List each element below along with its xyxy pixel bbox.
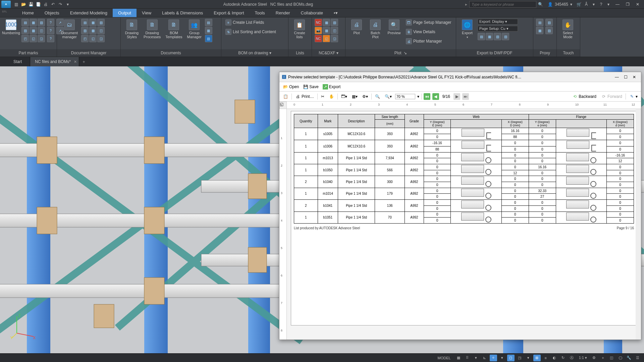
sb-scale[interactable]: 1:1 ▾ — [577, 356, 589, 360]
pm-btn-1[interactable]: ▤ — [21, 19, 29, 26]
qat-dropdown-icon[interactable]: ▾ — [64, 1, 71, 8]
nc-9[interactable]: ◲ — [331, 35, 338, 42]
tb-zoom-icon[interactable]: 🔍 — [374, 94, 381, 100]
create-lists-button[interactable]: 📋Create lists — [291, 19, 308, 40]
dialog-maximize-button[interactable]: ☐ — [622, 75, 630, 79]
dialog-vscrollbar[interactable] — [636, 109, 641, 340]
model-space-button[interactable]: MODEL — [435, 356, 453, 360]
dm-btn-2[interactable]: ▦ — [89, 19, 97, 26]
tab-labels-dimensions[interactable]: Labels & Dimensions — [157, 9, 208, 17]
export-display-combo[interactable]: Export: Display ▾ — [478, 19, 518, 24]
ex-s4[interactable]: ▨ — [502, 33, 509, 40]
pm-btn-9[interactable]: ◲ — [38, 35, 45, 42]
dm-btn-7[interactable]: ◰ — [81, 35, 89, 42]
doc-s1[interactable]: ▤ — [205, 19, 212, 26]
axis-gizmo[interactable]: Z X Y — [10, 313, 37, 340]
pm-q1[interactable]: ? — [47, 19, 54, 26]
view-details-button[interactable]: 🗎View Details — [405, 28, 452, 36]
sb-iso-icon[interactable]: ◫ — [608, 355, 615, 361]
sb-osnap-icon[interactable]: ◻ — [507, 355, 515, 361]
copy-button[interactable]: 📋 — [281, 93, 289, 100]
proxy-2[interactable]: ▦ — [536, 27, 543, 34]
tb-layout-icon[interactable]: 🗔▾ — [340, 94, 348, 100]
open-button[interactable]: 📂Open — [281, 83, 300, 90]
doc-s3[interactable]: ▧ — [205, 35, 212, 42]
tab-render[interactable]: Render — [270, 9, 296, 17]
doc-s2[interactable]: ▦ — [205, 27, 212, 34]
document-manager-button[interactable]: 🗂 Document manager — [60, 19, 79, 40]
highlight-button[interactable]: ✎▾ — [628, 93, 639, 100]
page-setup-manager-button[interactable]: 🗔Page Setup Manager — [405, 19, 452, 26]
qat-saveas-icon[interactable]: 📑 — [35, 1, 42, 8]
dm-btn-4[interactable]: ▨ — [81, 27, 89, 34]
tab-export-import[interactable]: Export & Import — [208, 9, 249, 17]
ex-s3[interactable]: ▧ — [494, 33, 501, 40]
sb-ortho-icon[interactable]: ⊾ — [481, 355, 488, 361]
page-setup-combo[interactable]: Page Setup: Cu ▾ — [478, 26, 518, 32]
sb-lineweight-icon[interactable]: ≡ — [542, 355, 549, 361]
export-file-button[interactable]: ↗Export — [321, 83, 342, 90]
create-list-fields-button[interactable]: ≡Create List Fields — [224, 19, 277, 26]
pm-q2[interactable]: ? — [47, 27, 54, 34]
plotter-manager-button[interactable]: 🖨Plotter Manager — [405, 38, 452, 45]
dialog-minimize-button[interactable]: — — [613, 75, 621, 79]
nc-5[interactable]: ▩ — [323, 27, 330, 34]
tab-extended-modeling[interactable]: Extended Modeling — [65, 9, 113, 17]
nc-3[interactable]: ▧ — [331, 19, 338, 26]
search-icon[interactable]: 🔍 — [537, 2, 544, 7]
sb-plus-icon[interactable]: ＋ — [599, 355, 606, 361]
sb-3dosnap-icon[interactable]: ◳ — [516, 355, 523, 361]
drawing-processes-button[interactable]: 🗎Drawing Processes — [142, 19, 162, 40]
forward-button[interactable]: ⟳Forward — [600, 93, 624, 100]
proxy-1[interactable]: ▤ — [536, 19, 543, 26]
sb-polar-icon[interactable]: ✧ — [490, 355, 497, 361]
qat-save-icon[interactable]: 💾 — [28, 1, 34, 8]
pm-btn-8[interactable]: ◱ — [30, 35, 37, 42]
sb-dyninput-icon[interactable]: ⊞ — [533, 355, 541, 361]
close-button[interactable]: ✕ — [633, 0, 643, 9]
qat-open-icon[interactable]: 📂 — [20, 1, 27, 8]
tab-output[interactable]: Output — [113, 9, 137, 17]
tab-overflow-icon[interactable]: ▪▾ — [328, 9, 343, 17]
prev-page-button[interactable]: ◀ — [432, 93, 439, 100]
nc-2[interactable]: ▦ — [323, 19, 330, 26]
qat-undo-icon[interactable]: ↶ — [50, 1, 56, 8]
list-sorting-button[interactable]: ⇅List Sorting and Content — [224, 28, 277, 36]
search-input[interactable] — [469, 1, 536, 8]
pm-btn-3[interactable]: ▧ — [38, 19, 45, 26]
help-dropdown-icon[interactable]: ▾ — [605, 1, 612, 8]
dialog-titlebar[interactable]: 🅰 Preview selected template - [C:\Autode… — [279, 72, 641, 82]
sb-grid-icon[interactable]: ▦ — [455, 355, 462, 361]
tb-gear-icon[interactable]: ⚙▾ — [361, 94, 369, 100]
page-viewport[interactable]: Quantity Mark Description Saw length Gra… — [287, 109, 641, 340]
qat-new-icon[interactable]: ▥ — [13, 1, 19, 8]
user-area[interactable]: 👤 345465 ▾ — [548, 2, 572, 7]
proxy-3[interactable]: ▧ — [545, 19, 553, 26]
panel-launcher-icon[interactable]: ↘ — [404, 51, 407, 55]
backward-button[interactable]: ⟲Backward — [571, 93, 598, 100]
nc-7[interactable]: NC — [315, 35, 322, 42]
tab-collaborate[interactable]: Collaborate — [296, 9, 329, 17]
doc-tab-active[interactable]: NC files and BOMs*✕ — [30, 57, 79, 66]
sb-monitor-icon[interactable]: 🖵 — [616, 355, 624, 361]
pm-btn-2[interactable]: ▦ — [30, 19, 37, 26]
help-icon[interactable]: ? — [598, 1, 604, 8]
tab-tools[interactable]: Tools — [250, 9, 270, 17]
sb-anno-icon[interactable]: Ⓐ — [568, 355, 576, 361]
save-button[interactable]: 💾Save — [302, 83, 320, 90]
numbering-button[interactable]: 1000 Numbering — [3, 19, 19, 36]
preview-button[interactable]: 🔍Preview — [386, 19, 402, 36]
last-page-button[interactable]: ⏭ — [462, 93, 469, 100]
pm-q3[interactable]: ? — [47, 35, 54, 42]
dm-btn-9[interactable]: ◲ — [97, 35, 105, 42]
nc-6[interactable]: ◫ — [331, 27, 338, 34]
tb-grid-icon[interactable]: ▦▾ — [351, 94, 359, 100]
sb-transparency-icon[interactable]: ◐ — [551, 355, 558, 361]
tab-view[interactable]: View — [137, 9, 157, 17]
nc-8[interactable]: ◱ — [323, 35, 330, 42]
drawing-styles-button[interactable]: 🗎Drawing Styles — [123, 19, 140, 40]
sb-cycling-icon[interactable]: ↻ — [559, 355, 567, 361]
nc-1[interactable]: NC — [315, 19, 322, 26]
sb-menu-icon[interactable]: ☰ — [634, 355, 641, 361]
dm-btn-5[interactable]: ▩ — [89, 27, 97, 34]
